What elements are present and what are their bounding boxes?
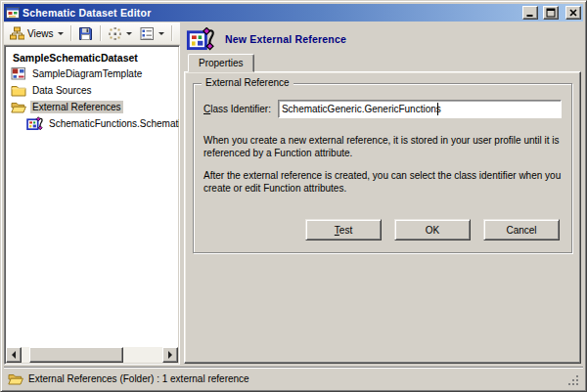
panel-title: New External Reference (225, 33, 346, 45)
tree-item-schematic-functions[interactable]: SchematicFunctions.SchematicI (7, 115, 179, 132)
close-icon (568, 8, 578, 18)
resize-grip[interactable] (567, 374, 579, 388)
dropdown-arrow-icon (158, 32, 164, 35)
schematic-dataset-editor-window: Schematic Dataset Editor Views (0, 0, 587, 392)
views-label: Views (27, 28, 54, 39)
app-icon (6, 6, 20, 20)
views-icon (10, 26, 24, 41)
button-row: Test OK Cancel (203, 219, 562, 240)
folder-open-icon (11, 100, 26, 114)
resize-grip-icon (567, 374, 579, 386)
tree-item-label: Data Sources (30, 84, 94, 97)
dropdown-arrow-icon (58, 32, 64, 35)
close-button[interactable] (565, 6, 581, 20)
right-panel: New External Reference Properties Extern… (180, 22, 583, 365)
maximize-icon (546, 8, 556, 18)
folder-closed-icon (11, 83, 26, 98)
class-identifier-input[interactable] (278, 100, 562, 118)
scroll-right-button[interactable] (162, 347, 178, 363)
maximize-button[interactable] (543, 6, 559, 20)
info-paragraph-1: When you create a new external reference… (203, 134, 562, 159)
scroll-track[interactable] (22, 347, 162, 363)
tree-item-label: External References (30, 101, 123, 113)
tree-pane: SampleSchematicDataset SampleDiagramTemp… (4, 45, 180, 365)
panel-header: New External Reference (184, 22, 581, 54)
dropdown-arrow-icon (126, 32, 132, 35)
tree-item-label: SchematicFunctions.SchematicI (47, 117, 180, 130)
scroll-left-button[interactable] (6, 347, 22, 363)
tree-root-item[interactable]: SampleSchematicDataset (7, 49, 179, 65)
list-button[interactable] (136, 23, 168, 43)
external-reference-groupbox: External Reference Class Identifier: Whe… (193, 83, 572, 253)
text-caret (437, 103, 438, 115)
tree-item-data-sources[interactable]: Data Sources (7, 82, 179, 99)
layout-button[interactable] (104, 23, 136, 43)
folder-status-icon (8, 371, 23, 386)
scroll-left-icon (12, 351, 16, 359)
toolbar-separator (100, 25, 101, 41)
external-reference-icon (26, 116, 43, 131)
list-properties-icon (140, 26, 155, 41)
tree-item-label: SampleDiagramTemplate (30, 67, 144, 80)
layout-radial-icon (108, 26, 122, 41)
scroll-thumb[interactable] (29, 347, 123, 363)
views-button[interactable]: Views (6, 23, 68, 43)
tree-item-external-references[interactable]: External References (7, 99, 179, 115)
left-column: Views Samp (4, 22, 180, 365)
horizontal-scrollbar[interactable] (6, 347, 178, 363)
groupbox-title: External Reference (202, 77, 294, 88)
tab-strip: Properties (184, 54, 581, 72)
tab-body: External Reference Class Identifier: Whe… (184, 71, 581, 364)
external-reference-icon (186, 27, 215, 51)
toolbar-separator (171, 25, 172, 41)
minimize-button[interactable] (522, 6, 538, 20)
ok-button[interactable]: OK (394, 219, 471, 240)
titlebar: Schematic Dataset Editor (4, 4, 583, 22)
tab-properties[interactable]: Properties (188, 54, 254, 72)
scroll-right-icon (168, 351, 172, 359)
window-title: Schematic Dataset Editor (23, 7, 519, 19)
cancel-button[interactable]: Cancel (483, 219, 560, 240)
status-bar: External References (Folder) : 1 externa… (4, 367, 583, 388)
save-icon (78, 26, 93, 41)
tree-item-sample-diagram-template[interactable]: SampleDiagramTemplate (7, 65, 179, 82)
save-button[interactable] (74, 23, 97, 43)
class-identifier-label: Class Identifier: (203, 104, 271, 114)
status-text: External References (Folder) : 1 externa… (28, 373, 249, 384)
main-area: Views Samp (4, 22, 583, 365)
diagram-template-icon (11, 66, 26, 81)
toolbar: Views (4, 22, 180, 45)
info-paragraph-2: After the external reference is created,… (203, 169, 562, 195)
test-button[interactable]: Test (305, 219, 382, 240)
tree-root-label: SampleSchematicDataset (11, 51, 140, 65)
minimize-icon (525, 8, 535, 18)
class-identifier-row: Class Identifier: (203, 100, 562, 118)
toolbar-separator (70, 25, 71, 41)
